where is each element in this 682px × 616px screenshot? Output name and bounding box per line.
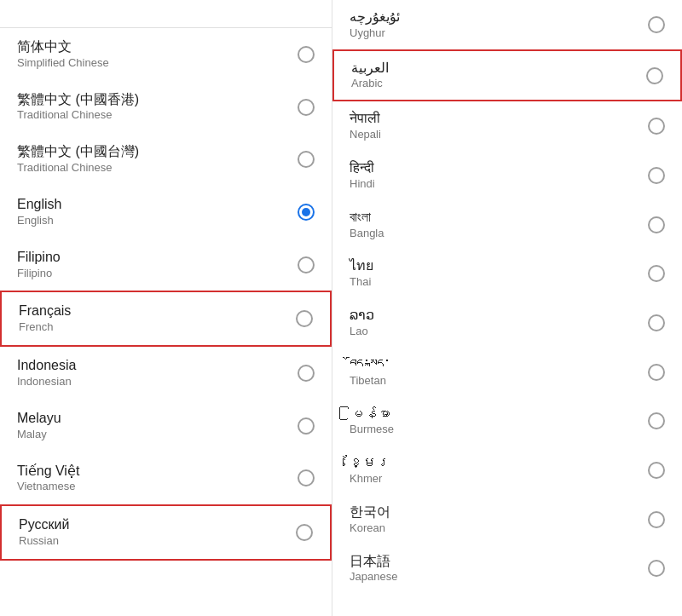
lang-info: ខ្មែរKhmer [350,454,648,486]
lang-item-russian[interactable]: РусскийRussian [0,504,332,561]
radio-circle[interactable] [646,67,663,84]
lang-item-traditional-chinese-tw[interactable]: 繁體中文 (中國台灣)Traditional Chinese [0,133,332,186]
lang-info: বাংলাBangla [350,209,648,241]
lang-name: हिन्दी [350,159,648,177]
lang-item-korean[interactable]: 한국어Korean [332,495,682,544]
right-panel: ئۇيغۇرچەUyghurالعربيةArabicनेपालीNepaliह… [332,0,682,616]
lang-subname: Bangla [350,227,648,241]
lang-item-tieng-viet[interactable]: Tiếng ViệtVietnamese [0,452,332,505]
lang-info: 한국어Korean [350,504,648,536]
radio-circle[interactable] [648,560,665,577]
radio-circle[interactable] [648,216,665,233]
lang-subname: Burmese [350,423,648,437]
radio-circle[interactable] [648,364,665,381]
lang-item-hindi[interactable]: हिन्दीHindi [332,151,682,200]
lang-subname: Filipino [17,267,298,281]
lang-item-indonesia[interactable]: IndonesiaIndonesian [0,347,332,400]
lang-subname: Malay [17,428,298,442]
lang-item-francais[interactable]: FrançaisFrench [0,291,332,347]
lang-name: Русский [19,516,296,534]
lang-name: ئۇيغۇرچە [350,9,648,26]
lang-info: မြန်မာBurmese [350,406,648,438]
right-language-list: ئۇيغۇرچەUyghurالعربيةArabicनेपालीNepaliह… [332,0,682,593]
lang-name: 简体中文 [17,38,298,56]
radio-circle[interactable] [296,310,313,327]
lang-subname: Nepali [350,128,648,142]
lang-item-english[interactable]: EnglishEnglish [0,186,332,239]
lang-name: العربية [351,60,646,78]
lang-info: FilipinoFilipino [17,249,298,281]
lang-name: བོད་སྐད་ [350,356,648,374]
lang-name: ខ្មែរ [350,454,648,472]
radio-circle[interactable] [648,462,665,479]
radio-circle[interactable] [648,412,665,429]
lang-item-melayu[interactable]: MelayuMalay [0,400,332,452]
lang-info: བོད་སྐད་Tibetan [350,356,648,389]
lang-subname: Indonesian [17,375,298,389]
lang-item-thai[interactable]: ไทยThai [332,249,682,298]
lang-item-traditional-chinese-hk[interactable]: 繁體中文 (中國香港)Traditional Chinese [0,81,332,134]
radio-circle[interactable] [298,365,315,382]
radio-circle[interactable] [298,99,315,116]
lang-info: 繁體中文 (中國香港)Traditional Chinese [17,91,298,124]
lang-name: Filipino [17,249,298,267]
radio-circle[interactable] [298,256,315,273]
lang-subname: Tibetan [350,374,648,389]
lang-info: IndonesiaIndonesian [17,357,298,389]
radio-circle[interactable] [298,46,315,63]
lang-item-japanese[interactable]: 日本語Japanese [332,544,682,594]
lang-item-nepali[interactable]: नेपालीNepali [332,101,682,151]
language-settings-container: 简体中文Simplified Chinese繁體中文 (中國香港)Traditi… [0,0,682,616]
radio-circle[interactable] [648,314,665,331]
lang-name: 繁體中文 (中國香港) [17,91,298,109]
lang-info: नेपालीNepali [350,110,648,142]
lang-subname: Vietnamese [17,480,298,494]
lang-item-khmer[interactable]: ខ្មែរKhmer [332,446,682,495]
language-update-row[interactable] [0,0,332,28]
lang-info: РусскийRussian [19,516,296,549]
radio-circle[interactable] [648,16,665,33]
lang-item-burmese[interactable]: မြန်မာBurmese [332,397,682,446]
lang-info: 繁體中文 (中國台灣)Traditional Chinese [17,143,298,176]
lang-item-tibetan[interactable]: བོད་སྐད་Tibetan [332,348,682,397]
lang-name: বাংলা [350,209,648,227]
lang-info: MelayuMalay [17,410,298,442]
lang-item-uyghur[interactable]: ئۇيغۇرچەUyghur [332,0,682,49]
radio-circle[interactable] [648,265,665,282]
lang-info: हिन्दीHindi [350,159,648,192]
lang-subname: English [17,214,298,228]
lang-item-filipino[interactable]: FilipinoFilipino [0,239,332,291]
lang-info: العربيةArabic [351,60,646,92]
lang-info: Tiếng ViệtVietnamese [17,463,298,495]
lang-subname: Arabic [351,77,646,91]
lang-item-simplified-chinese[interactable]: 简体中文Simplified Chinese [0,28,332,81]
lang-item-arabic[interactable]: العربيةArabic [332,49,682,102]
lang-name: English [17,196,298,214]
lang-subname: French [19,320,296,335]
lang-subname: Uyghur [350,26,648,41]
lang-info: EnglishEnglish [17,196,298,228]
lang-name: Tiếng Việt [17,463,298,481]
lang-info: ไทยThai [350,257,648,290]
lang-name: नेपाली [350,110,648,128]
lang-subname: Traditional Chinese [17,161,298,176]
radio-circle[interactable] [298,417,315,435]
lang-name: ไทย [350,257,648,275]
radio-circle[interactable] [298,204,315,221]
radio-circle[interactable] [298,151,315,168]
lang-name: 繁體中文 (中國台灣) [17,143,298,161]
lang-name: Français [19,302,296,320]
lang-subname: Thai [350,275,648,290]
radio-circle[interactable] [298,469,315,486]
lang-name: 日本語 [350,553,648,571]
lang-info: 日本語Japanese [350,553,648,585]
lang-item-lao[interactable]: ລາວLao [332,298,682,348]
radio-circle[interactable] [296,524,313,541]
lang-subname: Japanese [350,570,648,584]
lang-item-bangla[interactable]: বাংলাBangla [332,200,682,250]
radio-circle[interactable] [648,118,665,135]
radio-circle[interactable] [648,511,665,528]
radio-circle[interactable] [648,167,665,184]
lang-subname: Russian [19,534,296,549]
left-panel: 简体中文Simplified Chinese繁體中文 (中國香港)Traditi… [0,0,332,616]
